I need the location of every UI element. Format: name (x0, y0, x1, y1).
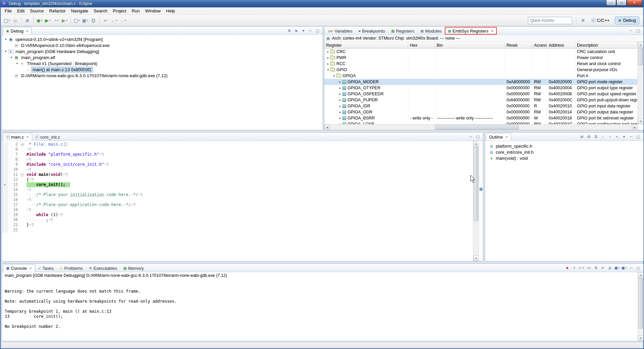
code-editor[interactable]: 2+ * File: main.c6¤¶7#include·"platform_… (2, 141, 473, 261)
scroll-down-icon[interactable]: ▼ (638, 335, 644, 341)
close-icon[interactable]: ✕ (29, 266, 32, 270)
register-row[interactable]: ▸GPIOA_BSRR- write only -------------- w… (324, 115, 638, 121)
maximize-icon[interactable]: ▢ (314, 28, 321, 34)
menu-run[interactable]: Run (129, 8, 143, 14)
scroll-down-icon[interactable]: ▼ (473, 255, 479, 261)
remove-launch-icon[interactable]: ✕ (571, 265, 578, 271)
collapse-icon[interactable]: ▾ (9, 56, 14, 59)
debug-button[interactable]: ◉▾ (35, 16, 44, 25)
register-row[interactable]: ▾GPIOAPort A (324, 73, 638, 79)
column-header-hex[interactable]: Hex (408, 42, 435, 48)
expand-icon[interactable]: ▸ (338, 86, 342, 90)
debug-tree-item[interactable]: ▾cmain_program [GDB Hardware Debugging] (2, 48, 323, 54)
view-tab-breakpoints[interactable]: ●Breakpoints (356, 27, 388, 35)
menu-window[interactable]: Window (143, 8, 163, 14)
scrollbar-thumb[interactable] (474, 147, 478, 221)
expand-icon[interactable]: ▸ (326, 56, 330, 59)
scroll-up-icon[interactable]: ▲ (638, 272, 644, 278)
link-with-editor-icon[interactable]: ⇄ (579, 134, 585, 140)
editor-tab-core-init-c[interactable]: ccore_init.c (32, 133, 63, 141)
instruction-stepping-icon[interactable]: i▸ (293, 28, 300, 34)
clear-console-icon[interactable]: ▭ (586, 265, 592, 271)
close-icon[interactable]: ✕ (505, 135, 508, 139)
view-tab-modules[interactable]: ▣Modules (417, 27, 445, 35)
skip-all-breakpoints-button[interactable]: ⊘ (23, 16, 32, 25)
new-wizard-button[interactable]: ▢▾ (3, 16, 11, 25)
scroll-down-icon[interactable]: ▼ (638, 118, 644, 124)
scrollbar-thumb[interactable] (638, 278, 643, 329)
profile-button[interactable]: ◔▾ (52, 16, 60, 25)
expand-icon[interactable]: ▸ (326, 62, 330, 65)
hide-non-public-icon[interactable]: ▪ (614, 134, 620, 140)
open-console-icon[interactable]: ▣▾ (621, 265, 627, 271)
vertical-scrollbar[interactable]: ▲ ▼ (638, 272, 643, 341)
vertical-scrollbar[interactable]: ▲ ▼ (473, 141, 479, 261)
quick-access-input[interactable] (528, 17, 572, 24)
view-tab-embsys-registers[interactable]: ▦EmbSys Registers✕ (445, 27, 497, 35)
view-tab-variables[interactable]: (x)=Variables (325, 27, 356, 35)
column-header-description[interactable]: Description (575, 42, 638, 48)
view-tab-tasks[interactable]: ✓Tasks (35, 264, 57, 272)
view-tab-registers[interactable]: ▦Registers (388, 27, 417, 35)
search-button[interactable]: Ϙ (89, 16, 98, 25)
minimize-icon[interactable]: ─ (307, 28, 314, 34)
collapse-icon[interactable]: ▾ (332, 74, 336, 78)
horizontal-scrollbar[interactable]: ◀ ▶ (324, 124, 638, 130)
outline-item[interactable]: ▤core_init/core_init.h (485, 149, 643, 155)
scroll-lock-icon[interactable]: ⇅ (593, 265, 599, 271)
expand-icon[interactable]: ▸ (338, 104, 342, 108)
external-tools-button[interactable]: ▶▾ (60, 16, 69, 25)
column-header-reset[interactable]: Reset (505, 42, 532, 48)
close-icon[interactable]: ✕ (491, 29, 493, 33)
minimize-icon[interactable]: ─ (628, 28, 634, 34)
scroll-up-icon[interactable]: ▲ (473, 141, 479, 147)
view-tab-problems[interactable]: ⚠Problems (57, 264, 86, 272)
expand-icon[interactable]: ▸ (326, 50, 330, 53)
minimize-window-button[interactable]: – (606, 0, 616, 6)
expand-icon[interactable]: ▸ (338, 116, 342, 120)
expand-icon[interactable]: ▸ (338, 98, 342, 102)
column-header-register[interactable]: Register (324, 42, 408, 48)
open-perspective-button[interactable]: ⊞ (580, 17, 586, 23)
menu-edit[interactable]: Edit (14, 8, 27, 14)
debug-tree-item[interactable]: ▤D:/ARM/arm-none-eabi-gcc-6.3.0-170107/b… (2, 72, 323, 79)
collapse-all-icon[interactable]: ⊟ (286, 28, 292, 34)
expand-icon[interactable]: ▸ (338, 110, 342, 114)
new-c-source-file-button[interactable]: ▢▾ (72, 16, 81, 25)
new-c-project-button[interactable]: ▣▾ (81, 16, 89, 25)
perspective-debug-button[interactable]: ◉ Debug (615, 16, 639, 24)
view-tab-memory[interactable]: ▦Memory (120, 264, 147, 272)
register-row[interactable]: ▾GPIOGeneral-purpose I/Os (324, 67, 638, 73)
register-row[interactable]: ▸GPIOA_IDR0x00000000R0x40020010GPIO port… (324, 103, 638, 109)
perspective-cpp-button[interactable]: C C/C++ (588, 16, 613, 24)
menu-source[interactable]: Source (27, 8, 46, 14)
view-tab-outline[interactable]: Outline✕ (486, 133, 511, 141)
overview-ruler[interactable] (479, 141, 483, 261)
outline-item[interactable]: ●main(void) : void (485, 155, 643, 161)
register-row[interactable]: ▸GPIOA_OTYPER0x00000000RW0x40020004GPIO … (324, 85, 638, 91)
editor-tab-main-c[interactable]: cmain.c✕ (3, 133, 32, 141)
debug-tree-item[interactable]: ▤D:\ARM\openocd-0.10.0\bin-x64\openocd.e… (2, 42, 323, 48)
view-tab-console[interactable]: ▣Console✕ (3, 264, 35, 272)
terminate-icon[interactable]: ■ (564, 265, 571, 271)
hide-static-icon[interactable]: ▫ (607, 134, 613, 140)
current-line-marker[interactable] (480, 188, 482, 191)
view-menu-icon[interactable]: ▾ (300, 28, 307, 34)
register-row[interactable]: ▸GPIOA_PUPDR0x64000000RW0x4002000CGPIO p… (324, 97, 638, 103)
collapse-icon[interactable]: ▾ (15, 62, 19, 65)
register-row[interactable]: ▸GPIOA_LCKR0x00000000RW0x4002001CGPIO po… (324, 121, 638, 124)
fold-collapse-icon[interactable]: − (20, 173, 24, 177)
scroll-right-icon[interactable]: ▶ (632, 124, 638, 130)
register-row[interactable]: ▸PWRPower control (324, 55, 638, 61)
pin-console-icon[interactable]: ◎ (607, 265, 613, 271)
register-row[interactable]: ▸RCCReset and clock control (324, 61, 638, 67)
register-row[interactable]: ▸GPIOA_MODER0xA8000000RW0x40020000GPIO p… (324, 79, 638, 85)
minimize-icon[interactable]: ─ (628, 265, 634, 271)
fold-expand-icon[interactable]: + (20, 143, 24, 146)
maximize-icon[interactable]: ▢ (635, 265, 641, 271)
save-button[interactable]: ▣ (11, 16, 19, 25)
vertical-scrollbar[interactable]: ▲ ▼ (638, 42, 643, 124)
expand-icon[interactable]: ▸ (338, 92, 342, 96)
remove-all-launches-icon[interactable]: ✕✕ (578, 265, 585, 271)
maximize-icon[interactable]: ▢ (475, 134, 481, 140)
